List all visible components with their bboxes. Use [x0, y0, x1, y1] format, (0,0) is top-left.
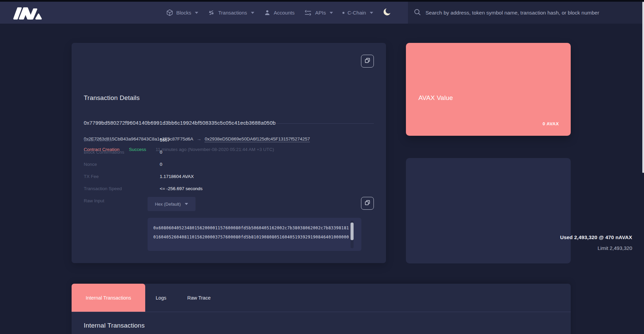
raw-input-label: Raw Input	[84, 198, 104, 203]
detail-row-tx-fee: TX Fee 1.1718604 AVAX	[84, 170, 374, 182]
hex-format-selected: Hex (Default)	[155, 202, 181, 207]
explorer-page: Blocks Transactions	[0, 0, 644, 334]
tab-raw-trace[interactable]: Raw Trace	[177, 284, 221, 312]
detail-row-nonce: Nonce 0	[84, 158, 374, 170]
detail-value: 1667	[160, 137, 170, 143]
nav-menu: Blocks Transactions	[166, 2, 392, 24]
internal-transactions-heading: Internal Transactions	[84, 322, 145, 329]
detail-label: Block Number	[84, 137, 160, 143]
chain-dot-icon	[342, 12, 344, 14]
detail-label: Transaction Speed	[84, 186, 160, 191]
avax-value-amount: 0 AVAX	[543, 121, 559, 126]
hex-scrollbar-thumb[interactable]	[351, 223, 354, 240]
nav-label-apis: APIs	[315, 10, 326, 16]
detail-row-block-confirmations: Block Confirmations 0	[84, 146, 374, 158]
search-icon	[413, 8, 421, 18]
hex-format-dropdown[interactable]: Hex (Default)	[148, 197, 196, 211]
hex-line: 0x60806040523480156200001157600080fd5b50…	[153, 224, 349, 233]
tab-internal-transactions[interactable]: Internal Transactions	[72, 284, 145, 312]
avax-value-title: AVAX Value	[418, 94, 453, 102]
nav-item-accounts[interactable]: Accounts	[264, 9, 295, 16]
copy-icon	[364, 57, 371, 65]
moon-icon	[383, 7, 392, 18]
detail-value: 0	[160, 162, 162, 167]
copy-raw-input-button[interactable]	[361, 197, 374, 210]
transaction-hash: 0x7799bd580272f9604140b6991d3bb6c19924bf…	[84, 120, 276, 126]
detail-value: 0	[160, 150, 162, 155]
chevron-down-icon	[185, 203, 188, 205]
search-input[interactable]	[426, 10, 639, 16]
detail-row-transaction-speed: Transaction Speed <= -256.697 seconds	[84, 182, 374, 195]
nav-item-c-chain[interactable]: C-Chain	[342, 10, 373, 16]
search-bar	[408, 2, 644, 24]
transaction-details-card: Transaction Details 0x7799bd580272f96041…	[72, 43, 386, 263]
copy-icon	[364, 199, 371, 207]
nav-label-accounts: Accounts	[274, 10, 295, 16]
copy-transaction-button[interactable]	[361, 55, 374, 68]
gas-card: Gas	[406, 158, 571, 263]
detail-value: 1.1718604 AVAX	[160, 174, 194, 179]
chevron-down-icon	[251, 12, 254, 14]
transfer-arrows-icon	[208, 9, 215, 17]
detail-rows: Block Number 1667 Block Confirmations 0 …	[84, 134, 374, 195]
nav-label-c-chain: C-Chain	[347, 10, 366, 16]
navbar: Blocks Transactions	[0, 2, 644, 24]
nav-label-blocks: Blocks	[176, 10, 191, 16]
transaction-details-title: Transaction Details	[84, 94, 140, 102]
hex-line: 0160405260408110156200003757600080fd5b81…	[153, 233, 349, 242]
avalanche-logo[interactable]	[11, 5, 42, 20]
tab-logs[interactable]: Logs	[145, 284, 177, 312]
raw-input-hex-box[interactable]: 0x60806040523480156200001157600080fd5b50…	[148, 218, 361, 251]
cube-icon	[166, 9, 173, 16]
nav-label-transactions: Transactions	[218, 10, 247, 16]
avax-value-card: AVAX Value 0 AVAX	[406, 43, 571, 136]
nav-item-apis[interactable]: APIs	[304, 9, 333, 17]
internal-transactions-card: Internal Transactions Logs Raw Trace Int…	[72, 284, 571, 334]
chevron-down-icon	[370, 12, 373, 14]
detail-label: Block Confirmations	[84, 150, 160, 155]
hex-scrollbar-track	[351, 221, 354, 248]
nav-item-blocks[interactable]: Blocks	[166, 9, 198, 16]
page-scrollbar-thumb[interactable]	[642, 2, 644, 173]
api-lines-icon	[304, 9, 312, 17]
theme-toggle-button[interactable]	[383, 7, 392, 18]
chevron-down-icon	[330, 12, 333, 14]
detail-row-block-number: Block Number 1667	[84, 134, 374, 146]
person-icon	[264, 9, 271, 16]
detail-label: Nonce	[84, 162, 160, 167]
nav-item-transactions[interactable]: Transactions	[208, 9, 254, 17]
detail-value: <= -256.697 seconds	[160, 186, 203, 191]
chevron-down-icon	[195, 12, 198, 14]
detail-label: TX Fee	[84, 174, 160, 179]
tab-bar: Internal Transactions Logs Raw Trace	[72, 284, 571, 312]
divider	[84, 123, 374, 124]
gas-limit-line: Limit 2,493,320	[597, 245, 632, 251]
gas-used-line: Used 2,493,320 @ 470 nAVAX	[560, 234, 632, 240]
